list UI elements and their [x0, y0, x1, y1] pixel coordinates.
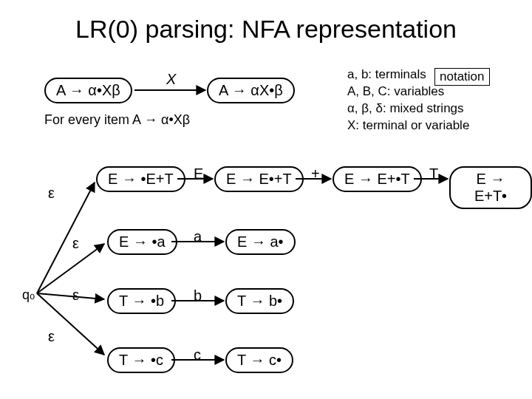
arrow-eps-3 — [37, 293, 104, 299]
arrow-eps-1 — [37, 183, 95, 293]
arrow-eps-2 — [37, 244, 104, 293]
slide: LR(0) parsing: NFA representation A → α•… — [0, 0, 532, 399]
arrows-layer — [0, 0, 532, 399]
arrow-eps-4 — [37, 293, 104, 355]
